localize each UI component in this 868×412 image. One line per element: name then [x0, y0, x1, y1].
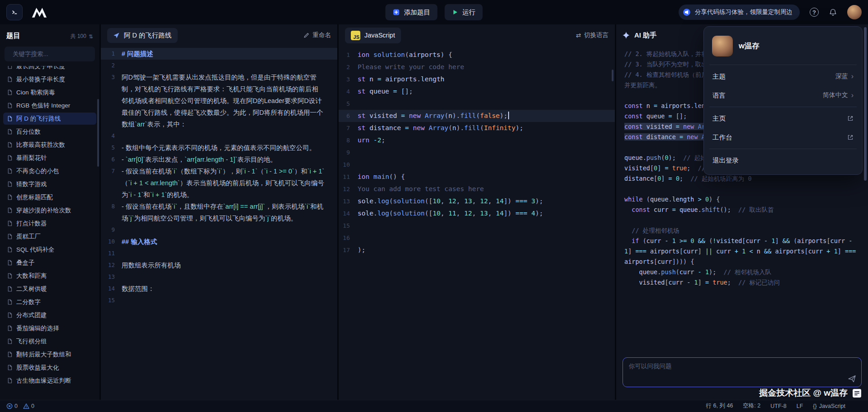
- sidebar-item[interactable]: 打点计数器: [3, 217, 96, 229]
- switch-language-button[interactable]: ⇄ 切换语言: [576, 31, 609, 39]
- sidebar-item[interactable]: 比赛最高获胜次数: [3, 139, 96, 151]
- help-button[interactable]: ?: [810, 8, 819, 17]
- indentation[interactable]: 空格: 2: [743, 402, 760, 410]
- rename-button[interactable]: 重命名: [303, 31, 331, 39]
- editor-line[interactable]: 9: [339, 146, 615, 159]
- line-number: 7: [101, 165, 122, 201]
- switch-language-label: 切换语言: [584, 31, 609, 39]
- problem-line[interactable]: 15: [101, 295, 337, 306]
- editor-line[interactable]: 15: [339, 220, 615, 232]
- sidebar-item[interactable]: 猜数字游戏: [3, 178, 96, 190]
- sidebar-item[interactable]: 最小替换子串长度: [3, 73, 96, 85]
- editor-line[interactable]: 6st visited = new Array(n).fill(false);: [339, 110, 615, 122]
- notifications-bell-icon[interactable]: [829, 8, 837, 17]
- problem-line[interactable]: 1# 问题描述: [101, 48, 337, 60]
- divider: [709, 149, 857, 149]
- search-box[interactable]: [5, 47, 95, 61]
- sidebar-item[interactable]: 最长回文子串长度: [3, 66, 96, 72]
- menu-item-home[interactable]: 主页: [708, 109, 858, 128]
- sort-icon[interactable]: ⇅: [89, 33, 93, 40]
- problem-body[interactable]: 1# 问题描述2 3阿D驾驶一架飞机需要从出发点抵达目的地，但是由于特殊的航空管…: [101, 46, 337, 400]
- sidebar-item[interactable]: 蛋糕工厂: [3, 230, 96, 243]
- menu-item-workspace[interactable]: 工作台: [708, 128, 858, 147]
- cursor-position[interactable]: 行 6, 列 46: [706, 402, 733, 410]
- user-avatar[interactable]: [847, 5, 862, 19]
- sidebar-item[interactable]: 二叉树供暖: [3, 283, 96, 295]
- line-number: 6: [339, 110, 358, 122]
- editor-line[interactable]: 2Please write your code here: [339, 61, 615, 73]
- editor-line[interactable]: 10: [339, 159, 615, 171]
- sidebar-item[interactable]: 分布式团建: [3, 309, 96, 321]
- problem-line[interactable]: 9: [101, 224, 337, 236]
- editor-line[interactable]: 3st n = airports.length: [339, 73, 615, 85]
- menu-item-logout[interactable]: 退出登录: [708, 151, 858, 170]
- sidebar-item[interactable]: 不再贪心的小包: [3, 165, 96, 177]
- sidebar-item[interactable]: 叠盒子: [3, 257, 96, 269]
- sidebar-item[interactable]: 翻转后最大子数组和: [3, 348, 96, 360]
- topbar-right: 分享代码练习体验，领限量定制周边 ?: [679, 5, 862, 20]
- sidebar-item[interactable]: 番茄编辑的选择: [3, 322, 96, 334]
- sidebar-item[interactable]: SQL 代码补全: [3, 243, 96, 256]
- sidebar-item[interactable]: 百分位数: [3, 126, 96, 138]
- editor-line[interactable]: 7st distance = new Array(n).fill(Infinit…: [339, 122, 615, 134]
- problem-line[interactable]: 8- 假设当前在机场`i`，且数组中存在`arr[i] == arr[j]`，则…: [101, 201, 337, 224]
- editor-line[interactable]: 4st queue = [];: [339, 85, 615, 98]
- error-icon: [6, 403, 13, 409]
- add-problem-button[interactable]: 添加题目: [386, 4, 438, 20]
- problem-line[interactable]: 3阿D驾驶一架飞机需要从出发点抵达目的地，但是由于特殊的航空管制，对飞机的飞行路…: [101, 71, 337, 130]
- warning-count[interactable]: 0: [23, 403, 34, 409]
- problem-line[interactable]: 10## 输入格式: [101, 236, 337, 248]
- editor-line[interactable]: 11ion main() {: [339, 171, 615, 183]
- sidebar-item[interactable]: 飞行棋分组: [3, 335, 96, 347]
- editor-line[interactable]: 16: [339, 232, 615, 244]
- editor-line[interactable]: 8urn -2;: [339, 134, 615, 146]
- editor-line[interactable]: 13sole.log(solution([10, 12, 13, 12, 14]…: [339, 195, 615, 207]
- search-input[interactable]: [13, 51, 93, 57]
- send-icon[interactable]: [848, 375, 856, 383]
- menu-item-language[interactable]: 语言 简体中文 ›: [708, 86, 858, 105]
- sidebar-item[interactable]: 暴雨梨花针: [3, 152, 96, 164]
- marscode-logo[interactable]: [30, 6, 50, 19]
- window-scrollbar[interactable]: [864, 27, 867, 181]
- sidebar-item[interactable]: 二分数字: [3, 296, 96, 308]
- editor-line[interactable]: 14sole.log(solution([10, 11, 12, 13, 14]…: [339, 207, 615, 220]
- problem-line[interactable]: 7- 假设当前在机场`i`（数组下标为`i`），则`i - 1`（`i - 1 …: [101, 165, 337, 201]
- problem-line[interactable]: 12用数组表示所有机场: [101, 259, 337, 271]
- line-number: 8: [339, 134, 358, 146]
- sidebar-item[interactable]: 股票收益最大化: [3, 361, 96, 374]
- sidebar-item[interactable]: 大数和距离: [3, 270, 96, 282]
- editor-scrollbar[interactable]: [612, 70, 613, 81]
- line-number: 15: [339, 220, 358, 232]
- sidebar-item[interactable]: 创意标题匹配: [3, 191, 96, 203]
- document-icon: [7, 194, 13, 200]
- problem-line[interactable]: 4: [101, 130, 337, 142]
- statusbar-right: 行 6, 列 46 空格: 2 UTF-8 LF {} JavaScript: [706, 402, 862, 410]
- menu-item-theme[interactable]: 主题 深蓝 ›: [708, 67, 858, 86]
- encoding[interactable]: UTF-8: [770, 403, 786, 409]
- sidebar-scrollbar[interactable]: [97, 99, 99, 167]
- problem-line[interactable]: 11: [101, 248, 337, 259]
- sidebar-item[interactable]: 阿 D 的飞行路线: [3, 112, 96, 125]
- editor-line[interactable]: 12You can add more test cases here: [339, 183, 615, 195]
- editor-line[interactable]: 17);: [339, 244, 615, 256]
- external-link-icon: [847, 134, 854, 140]
- app-logo[interactable]: [6, 4, 23, 20]
- problem-line[interactable]: 14数据范围：: [101, 283, 337, 295]
- language-mode[interactable]: {} JavaScript: [813, 403, 845, 409]
- eol-type[interactable]: LF: [797, 403, 803, 409]
- problem-line[interactable]: 6- `arr[0]`表示出发点，`arr[arr.length - 1]`表示…: [101, 154, 337, 165]
- error-count[interactable]: 0: [6, 403, 18, 409]
- problem-line[interactable]: 2: [101, 60, 337, 71]
- editor-body[interactable]: 1ion solution(airports) {2Please write y…: [339, 46, 615, 400]
- sidebar-item[interactable]: 古生物血缘远近判断: [3, 375, 96, 387]
- sidebar-item[interactable]: Cion 勒索病毒: [3, 86, 96, 98]
- sidebar-item[interactable]: 穿越沙漠的补给次数: [3, 204, 96, 216]
- problem-line[interactable]: 5- 数组中每个元素表示不同的机场，元素的值表示不同的航空公司。: [101, 142, 337, 154]
- run-button[interactable]: 运行: [445, 4, 483, 20]
- editor-line[interactable]: 5: [339, 98, 615, 110]
- ai-chat-input[interactable]: 你可以问我问题: [623, 357, 862, 387]
- sidebar-item[interactable]: RGB 色值转 Integer: [3, 99, 96, 112]
- promo-banner[interactable]: 分享代码练习体验，领限量定制周边: [679, 5, 800, 20]
- editor-line[interactable]: 1ion solution(airports) {: [339, 49, 615, 61]
- problem-line[interactable]: 13: [101, 271, 337, 283]
